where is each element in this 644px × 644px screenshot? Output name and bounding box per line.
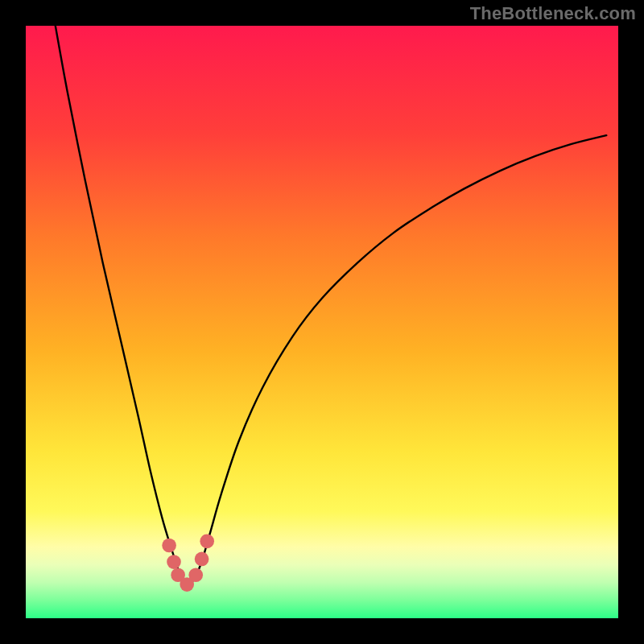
minimum-marker-dot bbox=[200, 534, 214, 548]
chart-svg bbox=[26, 26, 618, 618]
minimum-marker-dot bbox=[188, 568, 203, 582]
minimum-marker-dot bbox=[162, 539, 176, 553]
watermark-text: TheBottleneck.com bbox=[470, 3, 636, 24]
plot-area bbox=[26, 26, 618, 618]
gradient-background bbox=[26, 26, 618, 618]
minimum-marker-dot bbox=[167, 555, 181, 569]
chart-frame: TheBottleneck.com bbox=[0, 0, 644, 644]
minimum-marker-dot bbox=[195, 552, 209, 567]
